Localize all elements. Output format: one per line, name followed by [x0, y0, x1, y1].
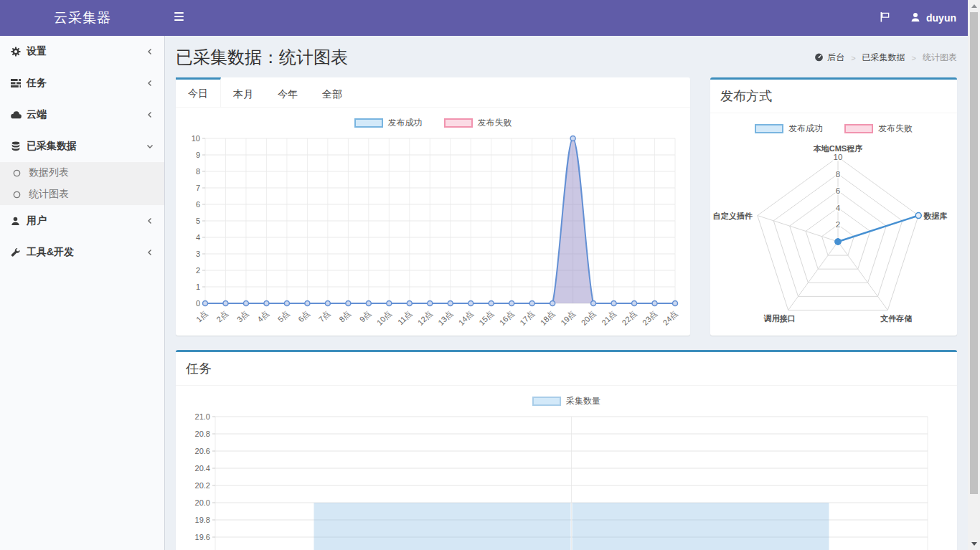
sidebar-item-settings[interactable]: 设置	[0, 36, 164, 67]
legend-item-success[interactable]: 发布成功	[354, 117, 423, 129]
sidebar-item-label: 已采集数据	[27, 140, 77, 153]
dashboard-icon	[814, 52, 824, 64]
svg-text:1点: 1点	[194, 309, 209, 324]
legend-swatch-collect	[532, 397, 561, 406]
svg-text:17点: 17点	[518, 309, 536, 327]
breadcrumb-separator: >	[912, 54, 916, 62]
legend-swatch-success	[354, 118, 383, 128]
svg-text:15点: 15点	[477, 309, 495, 327]
sidebar-item-label: 设置	[27, 45, 47, 58]
sidebar-item-label: 云端	[27, 108, 47, 121]
user-menu[interactable]: duyun	[910, 12, 956, 24]
svg-text:本地CMS程序: 本地CMS程序	[813, 144, 862, 153]
svg-text:20.6: 20.6	[194, 447, 209, 455]
svg-text:10点: 10点	[375, 309, 393, 327]
radar-legend: 发布成功发布失败	[710, 113, 957, 137]
charts-row: 今日本月今年全部 发布成功发布失败 0123456789101点2点3点4点5点…	[176, 77, 957, 336]
svg-text:2: 2	[196, 266, 200, 275]
legend-swatch-fail	[444, 118, 473, 128]
legend-swatch-fail	[844, 124, 873, 133]
sidebar-item-label: 用户	[27, 214, 47, 227]
sidebar-subitem-label: 统计图表	[29, 188, 69, 201]
breadcrumb-item-collected-data[interactable]: 已采集数据	[862, 52, 905, 64]
tab-month[interactable]: 本月	[221, 77, 265, 107]
content-header: 已采集数据：统计图表 后台>已采集数据>统计图表	[176, 43, 957, 77]
sidebar-menu: 设置任务云端已采集数据数据列表统计图表用户工具&开发	[0, 36, 164, 268]
publish-method-radar: 246810本地CMS程序数据库文件存储调用接口自定义插件	[713, 137, 954, 343]
svg-text:0: 0	[196, 299, 200, 308]
legend-label: 发布成功	[788, 123, 823, 135]
brand-text: 云采集器	[54, 10, 111, 25]
sidebar-subitem-data-list[interactable]: 数据列表	[0, 162, 164, 184]
svg-text:20.8: 20.8	[194, 430, 209, 438]
chevron-down-icon	[146, 143, 154, 150]
svg-text:8: 8	[196, 167, 200, 176]
tab-year[interactable]: 今年	[265, 77, 310, 107]
chevron-left-icon	[146, 48, 154, 55]
sidebar-item-cloud[interactable]: 云端	[0, 99, 164, 131]
publish-stats-box: 今日本月今年全部 发布成功发布失败 0123456789101点2点3点4点5点…	[176, 77, 690, 336]
sidebar-subitem-stats-chart[interactable]: 统计图表	[0, 184, 164, 205]
page-scrollbar[interactable]	[968, 0, 980, 550]
gear-icon	[11, 47, 27, 57]
svg-text:6: 6	[196, 200, 200, 209]
breadcrumb-item-stats-chart: 统计图表	[923, 52, 957, 64]
sidebar-item-users[interactable]: 用户	[0, 205, 164, 237]
svg-text:16点: 16点	[498, 309, 516, 327]
user-avatar-icon	[910, 12, 920, 24]
svg-text:23点: 23点	[641, 309, 659, 327]
svg-text:20.2: 20.2	[194, 481, 209, 490]
radar-box-title: 发布方式	[710, 80, 957, 113]
flag-button[interactable]	[880, 11, 890, 25]
publish-method-box: 发布方式 发布成功发布失败 246810本地CMS程序数据库文件存储调用接口自定…	[710, 77, 957, 336]
database-icon	[11, 141, 27, 151]
sidebar-item-label: 工具&开发	[27, 246, 74, 259]
legend-item-collect[interactable]: 采集数量	[532, 395, 600, 407]
hourly-publish-chart: 0123456789101点2点3点4点5点6点7点8点9点10点11点12点1…	[184, 133, 682, 339]
svg-text:2点: 2点	[215, 309, 230, 324]
legend-label: 发布失败	[878, 123, 913, 135]
task-box-title: 任务	[176, 352, 957, 386]
svg-text:9点: 9点	[358, 309, 373, 324]
brand-logo[interactable]: 云采集器	[0, 0, 165, 36]
svg-text:18点: 18点	[539, 309, 557, 327]
svg-text:7点: 7点	[317, 309, 332, 324]
sidebar-item-label: 任务	[27, 77, 47, 90]
navbar-right: duyun	[880, 0, 956, 36]
svg-text:自定义插件: 自定义插件	[713, 212, 753, 221]
period-tabs: 今日本月今年全部	[176, 77, 690, 108]
svg-text:4: 4	[836, 204, 841, 212]
tasks-icon	[11, 78, 27, 88]
svg-text:22点: 22点	[621, 309, 639, 327]
task-box: 任务 采集数量 21.020.820.620.420.220.019.819.6…	[176, 350, 957, 550]
sidebar-item-collected-data[interactable]: 已采集数据	[0, 131, 164, 162]
legend-item-success[interactable]: 发布成功	[755, 123, 823, 135]
svg-text:19点: 19点	[559, 309, 577, 327]
svg-text:12点: 12点	[416, 309, 434, 327]
scrollbar-up-arrow[interactable]	[971, 4, 977, 8]
legend-item-fail[interactable]: 发布失败	[444, 117, 512, 129]
sidebar-item-tools-dev[interactable]: 工具&开发	[0, 237, 164, 268]
hamburger-icon	[174, 12, 184, 14]
tab-today[interactable]: 今日	[176, 77, 221, 107]
sidebar-toggle-button[interactable]	[174, 12, 186, 24]
svg-text:6: 6	[836, 186, 840, 195]
svg-text:24点: 24点	[661, 309, 679, 327]
svg-text:19.8: 19.8	[194, 516, 209, 524]
svg-text:8点: 8点	[337, 309, 352, 324]
legend-item-fail[interactable]: 发布失败	[844, 123, 913, 135]
breadcrumb-item-backend[interactable]: 后台	[814, 52, 844, 64]
tab-all[interactable]: 全部	[310, 77, 354, 107]
svg-text:10: 10	[834, 153, 843, 161]
svg-text:1: 1	[196, 283, 200, 291]
scrollbar-down-arrow[interactable]	[971, 542, 977, 546]
scrollbar-thumb[interactable]	[970, 12, 978, 494]
svg-text:数据库: 数据库	[923, 212, 947, 220]
svg-text:5: 5	[196, 217, 200, 225]
svg-text:13点: 13点	[436, 309, 454, 327]
svg-text:3点: 3点	[235, 309, 250, 324]
svg-text:21点: 21点	[600, 309, 618, 327]
sidebar-item-tasks[interactable]: 任务	[0, 67, 164, 99]
svg-text:6点: 6点	[296, 309, 311, 324]
task-legend: 采集数量	[176, 386, 957, 409]
